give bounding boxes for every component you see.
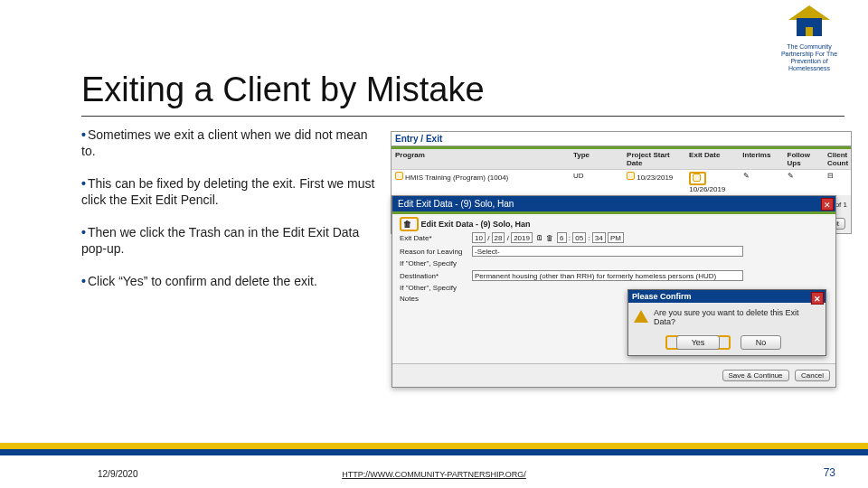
popup-title-bar: Edit Exit Data - (9) Solo, Han ✕ — [392, 196, 835, 211]
bullet-3: •Then we click the Trash can in the Edit… — [81, 224, 380, 257]
no-button[interactable]: No — [741, 335, 782, 350]
cell-start: 10/23/2019 — [623, 170, 685, 195]
destination-select[interactable]: Permanent housing (other than RRH) for f… — [472, 270, 743, 281]
label-reason: Reason for Leaving — [400, 248, 472, 256]
label-notes: Notes — [400, 295, 472, 303]
bullet-2: •This can be fixed by deleting the exit.… — [81, 175, 380, 208]
trash-icon[interactable]: 🗑 — [403, 220, 411, 229]
pencil-icon[interactable] — [693, 174, 701, 182]
popup-subhead-text: Edit Exit Data - (9) Solo, Han — [421, 220, 531, 229]
edit-exit-popup: Edit Exit Data - (9) Solo, Han ✕ 🗑 Edit … — [392, 195, 836, 388]
cell-program: HMIS Training (Program) (1004) — [392, 170, 570, 195]
title-underline — [81, 116, 844, 117]
close-icon[interactable]: ✕ — [811, 292, 824, 305]
row-ifother: If "Other", Specify — [400, 259, 828, 267]
confirm-message: Are you sure you want to delete this Exi… — [654, 308, 820, 326]
confirm-title: Please Confirm — [632, 292, 692, 301]
bullet-3-text: Then we click the Trash can in the Edit … — [81, 225, 359, 256]
yes-button[interactable]: Yes — [676, 335, 721, 350]
slide-title: Exiting a Client by Mistake — [81, 70, 485, 109]
cell-interims[interactable]: ✎ — [740, 170, 784, 195]
label-destination: Destination* — [400, 272, 472, 280]
bullet-4-text: Click “Yes” to confirm and delete the ex… — [88, 274, 317, 288]
cell-count[interactable]: ⊟ — [824, 170, 851, 195]
popup-footer: Save & Continue Cancel — [392, 363, 835, 387]
app-screenshot: Entry / Exit Program Type Project Start … — [391, 131, 852, 234]
bullet-4: •Click “Yes” to confirm and delete the e… — [81, 273, 380, 289]
confirm-body: Are you sure you want to delete this Exi… — [628, 303, 826, 332]
bullet-2-text: This can be fixed by deleting the exit. … — [81, 176, 374, 207]
popup-subhead: 🗑 Edit Exit Data - (9) Solo, Han — [400, 220, 828, 229]
page-number: 73 — [824, 466, 835, 479]
th-exit: Exit Date — [685, 149, 739, 169]
section-entry-exit: Entry / Exit — [392, 132, 851, 146]
exit-edit-highlight — [689, 172, 706, 185]
table-header: Program Type Project Start Date Exit Dat… — [392, 149, 851, 170]
reason-select[interactable]: -Select- — [472, 246, 743, 257]
yes-highlight: Yes — [665, 335, 731, 350]
house-icon — [788, 5, 830, 42]
warning-icon — [634, 310, 648, 323]
footer-band — [0, 443, 868, 455]
close-icon[interactable]: ✕ — [821, 198, 834, 211]
cell-start-text: 10/23/2019 — [637, 174, 673, 182]
th-interims: Interims — [739, 149, 783, 169]
row-exit-date: Exit Date* 10 / 28 / 2019 🗓 🗑 6 : 05 : 3… — [400, 232, 828, 243]
cell-follow[interactable]: ✎ — [784, 170, 824, 195]
table-row: HMIS Training (Program) (1004) UD 10/23/… — [392, 170, 851, 195]
exit-date-input[interactable]: 10 / 28 / 2019 🗓 🗑 6 : 05 : 34 PM — [472, 232, 624, 243]
bullet-1: •Sometimes we exit a client when we did … — [81, 127, 380, 159]
confirm-title-bar: Please Confirm ✕ — [628, 290, 826, 303]
confirm-dialog: Please Confirm ✕ Are you sure you want t… — [627, 289, 826, 356]
cell-exit-text: 10/26/2019 — [689, 185, 725, 193]
th-follow: Follow Ups — [784, 149, 824, 169]
save-continue-button[interactable]: Save & Continue — [722, 370, 789, 381]
label-ifother: If "Other", Specify — [400, 259, 472, 267]
cell-exit: 10/26/2019 — [685, 170, 739, 195]
label-ifother2: If "Other", Specify — [400, 284, 472, 292]
cell-type: UD — [570, 170, 623, 195]
label-exit-date: Exit Date* — [400, 234, 472, 242]
th-count: Client Count — [824, 149, 851, 169]
row-reason: Reason for Leaving -Select- — [400, 246, 828, 257]
bullet-list: •Sometimes we exit a client when we did … — [81, 127, 380, 305]
th-program: Program — [392, 149, 570, 169]
th-start: Project Start Date — [623, 149, 685, 169]
pencil-icon[interactable] — [395, 172, 403, 180]
slide-footer: 12/9/2020 HTTP://WWW.COMMUNITY-PARTNERSH… — [0, 459, 868, 488]
cancel-button[interactable]: Cancel — [795, 370, 830, 381]
row-destination: Destination* Permanent housing (other th… — [400, 270, 828, 281]
bullet-1-text: Sometimes we exit a client when we did n… — [81, 127, 368, 158]
org-name: The Community Partnership For The Preven… — [774, 43, 844, 72]
footer-url: HTTP://WWW.COMMUNITY-PARTNERSHIP.ORG/ — [0, 470, 868, 479]
confirm-buttons: Yes No — [628, 332, 826, 355]
org-logo: The Community Partnership For The Preven… — [774, 5, 844, 72]
pencil-icon[interactable] — [627, 172, 635, 180]
cell-program-text: HMIS Training (Program) (1004) — [405, 174, 508, 182]
trash-highlight: 🗑 — [400, 217, 419, 231]
popup-title: Edit Exit Data - (9) Solo, Han — [398, 199, 514, 209]
th-type: Type — [570, 149, 623, 169]
